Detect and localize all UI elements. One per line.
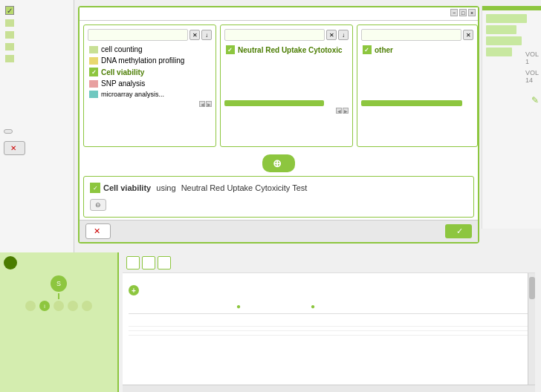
minimize-button[interactable]: − (450, 9, 458, 16)
bar-4 (486, 48, 512, 56)
platform-search-row: ✕ (361, 29, 473, 41)
modal-footer: ✕ ✓ (80, 220, 478, 242)
back-toolbar-button[interactable] (158, 256, 171, 270)
list-item-cell-counting[interactable]: cell counting (88, 44, 212, 55)
vertical-scrollbar[interactable] (528, 273, 535, 392)
technology-action-button[interactable]: ↓ (338, 30, 349, 40)
technology-bar (224, 100, 324, 106)
diagram-bottom-row: i (25, 301, 92, 311)
divider-2 (129, 330, 529, 331)
bar-2 (486, 25, 516, 34)
diagram-node-4 (68, 301, 78, 311)
assay-technology: Neutral Red Uptake Cytoxicity Test (181, 183, 308, 192)
assay-measurement: Cell viability (103, 183, 151, 192)
add-column-icon: + (129, 285, 139, 295)
sidebar: ✓ ✕ (0, 0, 74, 252)
color-box-transcription (5, 31, 14, 39)
list-item-other[interactable]: ✓ other (361, 44, 473, 56)
th-design-2: ● (307, 301, 381, 311)
list-item-dna-methylation[interactable]: DNA methylation profiling (88, 55, 212, 66)
diagram-node-2: i (39, 301, 50, 311)
add-toolbar-button[interactable] (126, 256, 140, 270)
tech-nav-right[interactable]: ▶ (343, 108, 349, 114)
measurement-search-input[interactable] (88, 29, 188, 41)
remove-assay-icon: ⊖ (95, 201, 101, 209)
close-button[interactable]: × (468, 9, 476, 16)
design1-bullet: ● (236, 302, 241, 310)
sidebar-item-hematology[interactable] (4, 41, 70, 53)
sidebar-item-transcription[interactable] (4, 29, 70, 41)
info-icon (4, 256, 17, 270)
list-item-cell-viability[interactable]: ✓ Cell viability (88, 66, 212, 78)
measurement-action-button[interactable]: ↓ (201, 30, 212, 40)
maximize-button[interactable]: □ (459, 9, 467, 16)
add-assay-button[interactable]: ⊕ (262, 154, 295, 172)
list-item-microarray[interactable]: microarray analysis... (88, 89, 212, 99)
svg-text:✓: ✓ (364, 47, 369, 53)
measurement-scroll: ◀ ▶ (88, 101, 212, 107)
add-column-button[interactable]: + (129, 285, 529, 295)
td-study-design-type (129, 318, 233, 320)
color-box-hematology (5, 43, 14, 50)
assay-item-icon: ✓ (90, 183, 100, 193)
remove-toolbar-button[interactable] (142, 256, 155, 270)
sidebar-remove-assay-button[interactable] (4, 129, 13, 134)
selection-columns: ✕ ↓ cell counting DNA methylation profil… (80, 21, 478, 151)
diagram-connector (58, 293, 59, 299)
edit-icon: ✎ (531, 95, 539, 105)
platform-clear-button[interactable]: ✕ (463, 30, 473, 40)
design2-bullet: ● (311, 302, 315, 310)
checkbox-genome[interactable]: ✓ (5, 6, 14, 15)
checkbox-neutral-red: ✓ (226, 45, 235, 54)
modal-dialog: − □ × ✕ ↓ cell counting DNA methylation … (78, 6, 479, 244)
assay-connector: using (154, 183, 178, 192)
technology-nav-arrows: ◀ ▶ (336, 108, 349, 114)
color-cell-counting (89, 46, 98, 53)
diagram-top-row: S (51, 275, 67, 292)
cancel-icon: ✕ (94, 226, 100, 236)
list-item-snp[interactable]: SNP analysis (88, 78, 212, 89)
nav-left[interactable]: ◀ (199, 101, 205, 107)
technology-column: ✕ ↓ ✓ Neutral Red Uptake Cytotoxic ◀ ▶ (220, 24, 353, 147)
modal-remove-assay-button[interactable]: ⊖ (90, 199, 106, 211)
color-microarray (89, 91, 98, 98)
platform-search-input[interactable] (361, 29, 461, 41)
main-toolbar (123, 252, 535, 273)
add-assay-row: ⊕ (80, 151, 478, 176)
sidebar-item-cell-sorting[interactable] (4, 17, 70, 29)
th-design-1: ● (233, 301, 307, 311)
edit-button[interactable]: ✎ (531, 95, 539, 105)
right-panel: VOL1 VOL14 ✎ (482, 6, 541, 229)
list-item-neutral-red[interactable]: ✓ Neutral Red Uptake Cytotoxic (224, 44, 349, 56)
nav-right[interactable]: ▶ (206, 101, 212, 107)
modal-done-button[interactable]: ✓ (445, 224, 472, 238)
right-panel-vol1: VOL1 (525, 50, 539, 65)
right-panel-vol14: VOL14 (525, 69, 539, 84)
diagram-node-1 (25, 301, 36, 311)
info-header (4, 256, 114, 270)
modal-selected-assays: ✓ Cell viability using Neutral Red Uptak… (83, 176, 474, 218)
checkbox-other: ✓ (363, 45, 372, 54)
svg-text:✓: ✓ (227, 47, 233, 53)
diagram-node-3 (54, 301, 64, 311)
sidebar-cancel-button[interactable]: ✕ (4, 141, 25, 155)
done-check-icon: ✓ (456, 226, 463, 236)
modal-cancel-button[interactable]: ✕ (85, 223, 111, 239)
measurement-search-row: ✕ ↓ (88, 29, 212, 41)
bar-3 (486, 36, 522, 45)
sidebar-item-genome-seq[interactable]: ✓ (4, 4, 70, 17)
checkbox-cell-viability: ✓ (89, 68, 98, 76)
technology-search-input[interactable] (224, 29, 325, 41)
modal-title-bar: − □ × (80, 7, 478, 21)
tech-nav-left[interactable]: ◀ (336, 108, 342, 114)
measurement-column: ✕ ↓ cell counting DNA methylation profil… (83, 24, 216, 147)
technology-list: ✓ Neutral Red Uptake Cytotoxic (224, 44, 349, 56)
sidebar-item-cell-counting[interactable] (4, 53, 70, 65)
scrollbar-thumb[interactable] (529, 277, 535, 299)
measurement-clear-button[interactable]: ✕ (189, 30, 200, 40)
measurement-nav-arrows: ◀ ▶ (199, 101, 212, 107)
info-panel: S i (0, 252, 119, 392)
info-diagram: S i (4, 275, 114, 311)
horizontal-scrollbar[interactable] (123, 385, 535, 392)
technology-clear-button[interactable]: ✕ (326, 30, 337, 40)
